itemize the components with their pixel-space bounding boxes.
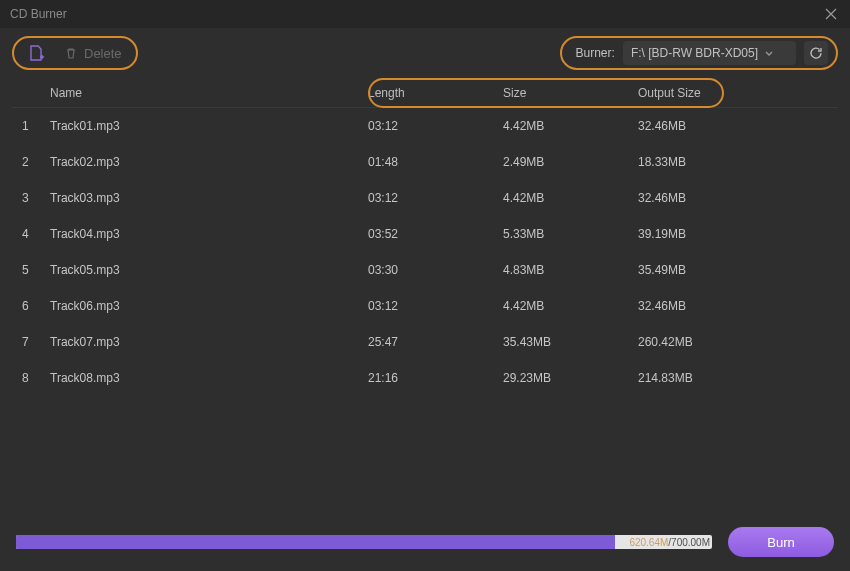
capacity-used: 620.64M: [629, 537, 668, 548]
row-size: 4.83MB: [503, 263, 638, 277]
row-length: 21:16: [368, 371, 503, 385]
toolbar: Delete Burner: F:\ [BD-RW BDR-XD05]: [0, 28, 850, 78]
capacity-text: 620.64M/700.00M: [629, 535, 710, 549]
row-size: 4.42MB: [503, 299, 638, 313]
delete-button[interactable]: Delete: [64, 46, 122, 61]
refresh-button[interactable]: [804, 41, 828, 65]
table-row[interactable]: 2Track02.mp301:482.49MB18.33MB: [12, 144, 838, 180]
row-output: 35.49MB: [638, 263, 838, 277]
table-body: 1Track01.mp303:124.42MB32.46MB2Track02.m…: [12, 108, 838, 396]
table-row[interactable]: 1Track01.mp303:124.42MB32.46MB: [12, 108, 838, 144]
window-title: CD Burner: [10, 7, 822, 21]
row-size: 4.42MB: [503, 191, 638, 205]
row-index: 7: [12, 335, 50, 349]
row-output: 32.46MB: [638, 119, 838, 133]
row-name: Track05.mp3: [50, 263, 368, 277]
row-index: 4: [12, 227, 50, 241]
table-row[interactable]: 3Track03.mp303:124.42MB32.46MB: [12, 180, 838, 216]
row-name: Track07.mp3: [50, 335, 368, 349]
table-row[interactable]: 4Track04.mp303:525.33MB39.19MB: [12, 216, 838, 252]
row-name: Track04.mp3: [50, 227, 368, 241]
trash-icon: [64, 46, 78, 60]
row-index: 8: [12, 371, 50, 385]
row-output: 260.42MB: [638, 335, 838, 349]
burner-selection-highlight: Burner: F:\ [BD-RW BDR-XD05]: [560, 36, 838, 70]
row-output: 32.46MB: [638, 191, 838, 205]
row-length: 03:12: [368, 191, 503, 205]
chevron-down-icon: [764, 48, 774, 58]
row-name: Track08.mp3: [50, 371, 368, 385]
row-length: 25:47: [368, 335, 503, 349]
table-row[interactable]: 7Track07.mp325:4735.43MB260.42MB: [12, 324, 838, 360]
delete-label: Delete: [84, 46, 122, 61]
capacity-bar: 620.64M/700.00M: [16, 535, 712, 549]
row-output: 214.83MB: [638, 371, 838, 385]
row-name: Track03.mp3: [50, 191, 368, 205]
col-name: Name: [50, 86, 368, 100]
row-index: 6: [12, 299, 50, 313]
add-file-icon[interactable]: [28, 44, 46, 62]
col-size: Size: [503, 86, 638, 100]
row-length: 03:12: [368, 119, 503, 133]
left-actions-highlight: Delete: [12, 36, 138, 70]
table-header: Name Length Size Output Size: [12, 78, 838, 108]
burner-dropdown[interactable]: F:\ [BD-RW BDR-XD05]: [623, 41, 796, 65]
table-row[interactable]: 5Track05.mp303:304.83MB35.49MB: [12, 252, 838, 288]
capacity-total: 700.00M: [671, 537, 710, 548]
burner-label: Burner:: [576, 46, 615, 60]
row-length: 03:30: [368, 263, 503, 277]
table-row[interactable]: 6Track06.mp303:124.42MB32.46MB: [12, 288, 838, 324]
row-length: 01:48: [368, 155, 503, 169]
col-output: Output Size: [638, 86, 838, 100]
footer: 620.64M/700.00M Burn: [0, 513, 850, 571]
track-table: Name Length Size Output Size 1Track01.mp…: [0, 78, 850, 396]
capacity-fill: [16, 535, 615, 549]
row-size: 29.23MB: [503, 371, 638, 385]
table-row[interactable]: 8Track08.mp321:1629.23MB214.83MB: [12, 360, 838, 396]
row-size: 4.42MB: [503, 119, 638, 133]
row-length: 03:52: [368, 227, 503, 241]
row-index: 3: [12, 191, 50, 205]
row-size: 2.49MB: [503, 155, 638, 169]
row-name: Track01.mp3: [50, 119, 368, 133]
row-output: 39.19MB: [638, 227, 838, 241]
row-index: 5: [12, 263, 50, 277]
row-output: 18.33MB: [638, 155, 838, 169]
row-index: 1: [12, 119, 50, 133]
row-length: 03:12: [368, 299, 503, 313]
titlebar: CD Burner: [0, 0, 850, 28]
row-size: 35.43MB: [503, 335, 638, 349]
row-name: Track02.mp3: [50, 155, 368, 169]
row-name: Track06.mp3: [50, 299, 368, 313]
col-length: Length: [368, 86, 503, 100]
row-output: 32.46MB: [638, 299, 838, 313]
row-size: 5.33MB: [503, 227, 638, 241]
burn-button[interactable]: Burn: [728, 527, 834, 557]
burner-value: F:\ [BD-RW BDR-XD05]: [631, 46, 758, 60]
close-button[interactable]: [822, 5, 840, 23]
row-index: 2: [12, 155, 50, 169]
